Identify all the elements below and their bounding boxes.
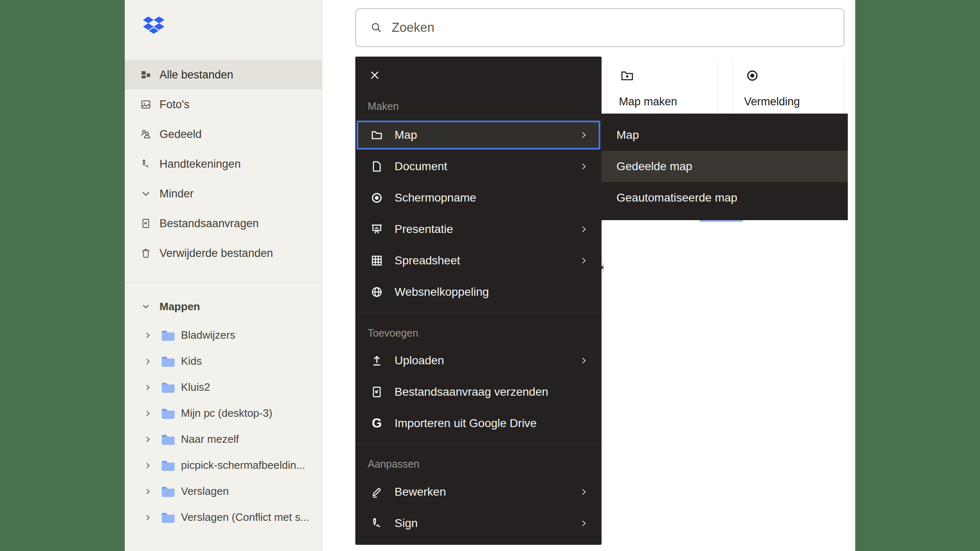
menu-item-import-google-drive[interactable]: G Importeren uit Google Drive [355,408,602,439]
folder-name: Verslagen (Conflict met s... [181,511,309,524]
upload-icon [371,354,383,367]
sidebar-item-deleted-files[interactable]: Verwijderde bestanden [125,238,322,268]
folder-name: Naar mezelf [181,433,239,446]
signature-pen-icon [371,517,383,530]
folder-row[interactable]: Mijn pc (desktop-3) [125,400,322,426]
chevron-right-icon[interactable] [144,331,152,340]
chevron-right-icon [580,162,588,171]
signature-pen-icon [140,159,151,169]
folder-icon [161,356,175,367]
menu-item-web-shortcut[interactable]: Websnelkoppeling [355,276,602,308]
chevron-right-icon [580,225,588,233]
document-icon [371,160,383,173]
dropbox-logo-icon[interactable] [143,17,164,36]
folder-row[interactable]: Kluis2 [125,374,322,400]
folder-row[interactable]: picpick-schermafbeeldin... [125,452,322,478]
chevron-right-icon[interactable] [144,357,152,366]
menu-divider [355,313,602,313]
folder-plus-icon [621,69,634,82]
menu-item-label: Bewerken [395,485,446,499]
submenu-item-label: Map [616,128,639,142]
card-label: Map maken [619,95,677,108]
hidden-selection-fragment [699,220,743,222]
sidebar-item-label: Gedeeld [159,128,202,141]
chevron-right-icon [580,488,588,496]
menu-item-label: Websnelkoppeling [395,285,489,299]
file-request-icon [371,386,383,398]
folders-section-header[interactable]: Mappen [125,294,322,319]
chevron-right-icon[interactable] [144,383,152,392]
file-request-icon [140,218,151,229]
menu-item-label: Document [395,160,447,173]
submenu-item-label: Gedeelde map [616,160,692,173]
record-icon [371,192,383,204]
chevron-right-icon[interactable] [144,409,152,418]
menu-item-label: Schermopname [395,191,476,204]
card-create-folder[interactable]: Map maken [607,60,718,114]
folders-header-label: Mappen [159,300,200,313]
create-menu: Maken Map Document Schermopname [355,57,602,545]
folder-icon [161,408,175,419]
sidebar-divider [125,282,322,283]
section-header-customize: Aanpassen [368,458,419,470]
chevron-right-icon[interactable] [144,461,152,470]
folder-icon [161,486,175,497]
background-right-bar [855,0,980,551]
pencil-edit-icon [371,486,383,498]
menu-item-label: Presentatie [395,223,453,236]
search-bar [355,8,844,47]
submenu-item-shared-folder[interactable]: Gedeelde map [602,151,848,182]
section-header-add: Toevoegen [368,327,418,339]
sidebar-item-file-requests[interactable]: Bestandsaanvragen [125,209,322,238]
trash-icon [140,248,151,259]
sidebar-item-shared[interactable]: Gedeeld [125,119,322,149]
chevron-right-icon [580,519,588,527]
menu-item-sign[interactable]: Sign [355,508,602,539]
submenu-item-automated-folder[interactable]: Geautomatiseerde map [602,182,848,214]
section-header-create: Maken [368,100,399,112]
folder-row[interactable]: Kids [125,348,322,374]
search-input[interactable] [391,20,844,36]
menu-item-send-file-request[interactable]: Bestandsaanvraag verzenden [355,376,602,408]
main-content: Map maken Vermelding Maken Map Document [322,0,855,551]
close-icon [369,70,380,81]
chevron-right-icon [580,131,588,139]
menu-item-screen-recording[interactable]: Schermopname [355,182,602,214]
menu-item-upload[interactable]: Uploaden [355,345,602,376]
chevron-right-icon[interactable] [144,435,152,444]
folder-name: Mijn pc (desktop-3) [181,407,272,420]
menu-item-edit[interactable]: Bewerken [355,476,602,508]
folder-row[interactable]: Verslagen [125,478,322,504]
all-files-icon [140,69,151,80]
folder-icon [161,512,175,523]
menu-item-spreadsheet[interactable]: Spreadsheet [355,245,602,276]
chevron-right-icon [580,256,588,265]
sidebar-item-label: Foto's [159,98,190,111]
menu-item-folder[interactable]: Map [357,121,600,150]
folder-name: picpick-schermafbeeldin... [181,459,305,472]
folder-row[interactable]: Verslagen (Conflict met s... [125,504,322,530]
menu-item-document[interactable]: Document [355,151,602,182]
close-button[interactable] [369,70,380,81]
menu-divider [355,444,602,444]
sidebar-item-photos[interactable]: Foto's [125,90,322,119]
menu-item-presentation[interactable]: Presentatie [355,214,602,245]
sidebar-item-label: Bestandsaanvragen [159,217,259,230]
card-mention[interactable]: Vermelding [732,60,844,114]
sidebar-item-less[interactable]: Minder [125,179,322,209]
chevron-right-icon[interactable] [144,513,152,522]
chevron-right-icon[interactable] [144,487,152,496]
folder-row[interactable]: Bladwijzers [125,322,322,348]
folder-submenu: Map Gedeelde map Geautomatiseerde map [602,114,848,220]
sidebar-item-signatures[interactable]: Handtekeningen [125,149,322,179]
folder-outline-icon [371,129,383,141]
background-left-bar [0,0,125,551]
sidebar-item-label: Alle bestanden [159,69,233,81]
folder-tree: Bladwijzers Kids Kluis2 Mijn pc (desktop… [125,322,322,530]
folder-icon [161,434,175,445]
sidebar-item-all-files[interactable]: Alle bestanden [125,60,322,90]
folder-name: Kids [181,355,202,368]
chevron-down-icon [141,302,150,311]
submenu-item-folder[interactable]: Map [602,119,848,151]
folder-row[interactable]: Naar mezelf [125,426,322,452]
